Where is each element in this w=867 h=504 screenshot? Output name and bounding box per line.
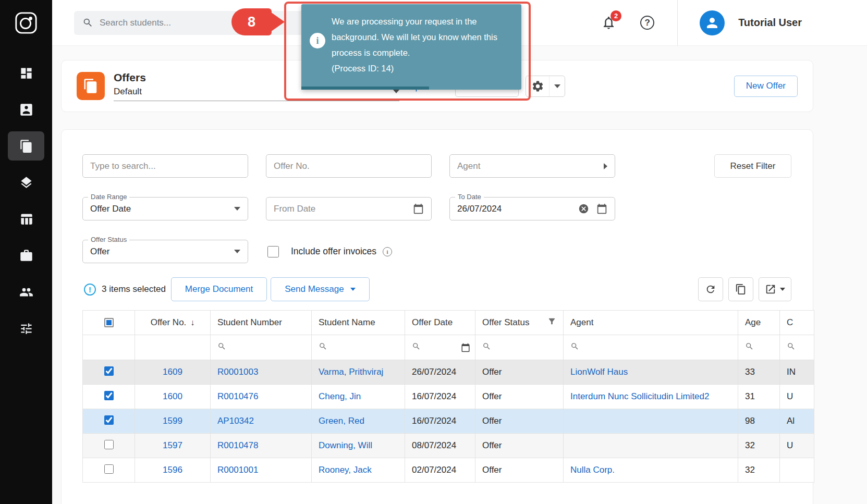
- toast-message: We are processing your request in the ba…: [332, 14, 511, 60]
- student-number-link[interactable]: R0010476: [217, 391, 258, 401]
- sidebar-item-courses[interactable]: [8, 168, 44, 197]
- topbar-divider: [677, 0, 678, 46]
- offer-no-field[interactable]: [266, 154, 432, 178]
- sidebar-item-jobs[interactable]: [8, 241, 44, 270]
- refresh-button[interactable]: [698, 277, 723, 301]
- filter-offer-status[interactable]: [475, 335, 564, 360]
- filter-age[interactable]: [738, 335, 780, 360]
- to-date-input[interactable]: [457, 204, 578, 214]
- row-checkbox[interactable]: [104, 391, 114, 400]
- table-row[interactable]: 1609 R0001003 Varma, Prithviraj 26/07/20…: [83, 360, 814, 385]
- row-checkbox[interactable]: [104, 366, 114, 376]
- clear-icon[interactable]: [578, 203, 589, 214]
- include-invoices-checkbox[interactable]: [267, 246, 279, 257]
- header-student-number[interactable]: Student Number: [211, 311, 312, 335]
- header-agent[interactable]: Agent: [564, 311, 738, 335]
- row-checkbox[interactable]: [104, 440, 114, 449]
- type-to-search-field[interactable]: [82, 154, 248, 178]
- duplicate-button[interactable]: [728, 277, 753, 301]
- from-date-field[interactable]: [266, 197, 432, 220]
- date-range-value: Offer Date: [90, 204, 131, 214]
- table-row[interactable]: 1596 R0001001 Rooney, Jack 02/07/2024 Of…: [83, 458, 814, 483]
- offer-date-cell: 16/07/2024: [405, 409, 475, 434]
- row-checkbox[interactable]: [104, 464, 114, 474]
- include-invoices-label: Include offer invoices: [291, 246, 376, 257]
- offer-status-select[interactable]: Offer Status Offer: [82, 240, 248, 263]
- arrow-tip: [271, 12, 285, 32]
- sidebar-item-tables[interactable]: [8, 204, 44, 233]
- gear-dropdown-caret[interactable]: [549, 76, 565, 96]
- header-citizenship[interactable]: C: [780, 311, 814, 335]
- view-settings-button[interactable]: [526, 76, 565, 97]
- sidebar-item-offers[interactable]: [8, 131, 44, 161]
- age-cell: 33: [738, 360, 780, 385]
- calendar-icon[interactable]: [413, 203, 424, 214]
- from-date-input[interactable]: [274, 204, 413, 214]
- user-avatar[interactable]: [700, 10, 725, 35]
- select-all-checkbox[interactable]: [104, 318, 114, 327]
- to-date-field[interactable]: To Date: [449, 197, 615, 220]
- app-logo[interactable]: [0, 0, 52, 46]
- filter-student-name[interactable]: [312, 335, 405, 360]
- agent-link[interactable]: Interdum Nunc Sollicitudin Limited2: [570, 391, 709, 401]
- filter-row-3: Offer Status Offer Include offer invoice…: [82, 240, 813, 263]
- header-offer-status[interactable]: Offer Status: [475, 311, 564, 335]
- filter-offer-no[interactable]: [135, 335, 211, 360]
- info-icon[interactable]: i: [383, 247, 392, 256]
- sidebar-item-dashboard[interactable]: [8, 58, 44, 88]
- header-student-name[interactable]: Student Name: [312, 311, 405, 335]
- table-row[interactable]: 1600 R0010476 Cheng, Jin 16/07/2024 Offe…: [83, 385, 814, 409]
- chevron-right-icon: [604, 163, 607, 169]
- student-name-link[interactable]: Rooney, Jack: [319, 465, 372, 475]
- filter-agent[interactable]: [564, 335, 738, 360]
- student-number-link[interactable]: R0001003: [217, 367, 258, 377]
- student-name-link[interactable]: Downing, Will: [319, 440, 372, 450]
- merge-document-button[interactable]: Merge Document: [171, 277, 267, 301]
- sidebar-item-contacts[interactable]: [8, 95, 44, 124]
- notification-badge: 2: [610, 10, 621, 21]
- student-number-link[interactable]: R0010478: [217, 440, 258, 450]
- export-button[interactable]: [759, 277, 791, 301]
- citizenship-cell: U: [780, 385, 814, 409]
- agent-filter-placeholder: Agent: [457, 161, 480, 171]
- sidebar-item-agents[interactable]: [8, 277, 44, 306]
- offer-no-link[interactable]: 1596: [163, 465, 182, 475]
- filter-student-number[interactable]: [211, 335, 312, 360]
- offer-no-link[interactable]: 1600: [163, 391, 182, 401]
- send-message-button[interactable]: Send Message: [271, 277, 369, 301]
- offer-status-value: Offer: [90, 247, 109, 257]
- filter-citizenship[interactable]: [780, 335, 814, 360]
- help-button[interactable]: ?: [640, 16, 654, 30]
- date-range-select[interactable]: Date Range Offer Date: [82, 197, 248, 220]
- offer-no-input[interactable]: [274, 161, 424, 171]
- table-row[interactable]: 1597 R0010478 Downing, Will 08/07/2024 O…: [83, 434, 814, 458]
- sidebar-item-settings[interactable]: [8, 314, 44, 343]
- header-offer-no[interactable]: Offer No.↓: [135, 311, 211, 335]
- type-to-search-input[interactable]: [90, 161, 240, 171]
- offer-no-link[interactable]: 1609: [163, 367, 182, 377]
- filter-funnel-icon[interactable]: [547, 317, 556, 328]
- table-row[interactable]: 1599 AP10342 Green, Red 16/07/2024 Offer…: [83, 409, 814, 434]
- student-number-link[interactable]: AP10342: [217, 416, 254, 426]
- header-offer-date[interactable]: Offer Date: [405, 311, 475, 335]
- processing-toast[interactable]: i We are processing your request in the …: [301, 4, 521, 90]
- filter-offer-date[interactable]: [405, 335, 475, 360]
- agent-filter-select[interactable]: Agent: [449, 154, 615, 178]
- calendar-icon[interactable]: [596, 203, 607, 214]
- notifications-button[interactable]: 2: [601, 15, 616, 30]
- agent-link[interactable]: LionWolf Haus: [570, 367, 628, 377]
- offer-no-link[interactable]: 1599: [163, 416, 182, 426]
- sort-desc-icon: ↓: [190, 318, 194, 327]
- reset-filter-button[interactable]: Reset Filter: [714, 154, 791, 178]
- student-name-link[interactable]: Green, Red: [319, 416, 364, 426]
- student-number-link[interactable]: R0001001: [217, 465, 258, 475]
- row-checkbox[interactable]: [104, 415, 114, 425]
- user-name[interactable]: Tutorial User: [738, 17, 867, 29]
- offer-no-link[interactable]: 1597: [163, 440, 182, 450]
- agent-link[interactable]: Nulla Corp.: [570, 465, 615, 475]
- student-name-link[interactable]: Cheng, Jin: [319, 391, 361, 401]
- header-age[interactable]: Age: [738, 311, 780, 335]
- calendar-icon[interactable]: [461, 343, 470, 352]
- new-offer-button[interactable]: New Offer: [734, 76, 798, 97]
- student-name-link[interactable]: Varma, Prithviraj: [319, 367, 383, 377]
